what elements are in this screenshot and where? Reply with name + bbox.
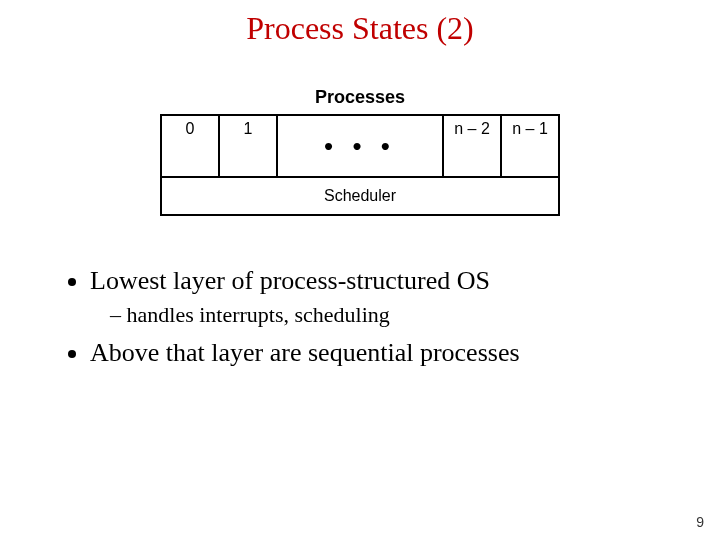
- bullet-1: Lowest layer of process-structured OS ha…: [90, 266, 670, 328]
- process-slot-0: 0: [162, 116, 220, 176]
- process-diagram: Processes 0 1 • • • n – 2 n – 1 Schedule…: [160, 87, 560, 216]
- slide-title: Process States (2): [0, 10, 720, 47]
- process-slot-n-1: n – 1: [502, 116, 558, 176]
- process-slot-1: 1: [220, 116, 278, 176]
- process-slot-n-2: n – 2: [444, 116, 502, 176]
- ellipsis: • • •: [278, 116, 444, 176]
- bullet-list: Lowest layer of process-structured OS ha…: [60, 266, 670, 368]
- processes-label: Processes: [160, 87, 560, 108]
- bullet-1-text: Lowest layer of process-structured OS: [90, 266, 490, 295]
- bullet-1-sub: handles interrupts, scheduling: [110, 302, 670, 328]
- page-number: 9: [696, 514, 704, 530]
- scheduler-box: Scheduler: [160, 176, 560, 216]
- process-slots-row: 0 1 • • • n – 2 n – 1: [160, 114, 560, 176]
- bullet-2: Above that layer are sequential processe…: [90, 338, 670, 368]
